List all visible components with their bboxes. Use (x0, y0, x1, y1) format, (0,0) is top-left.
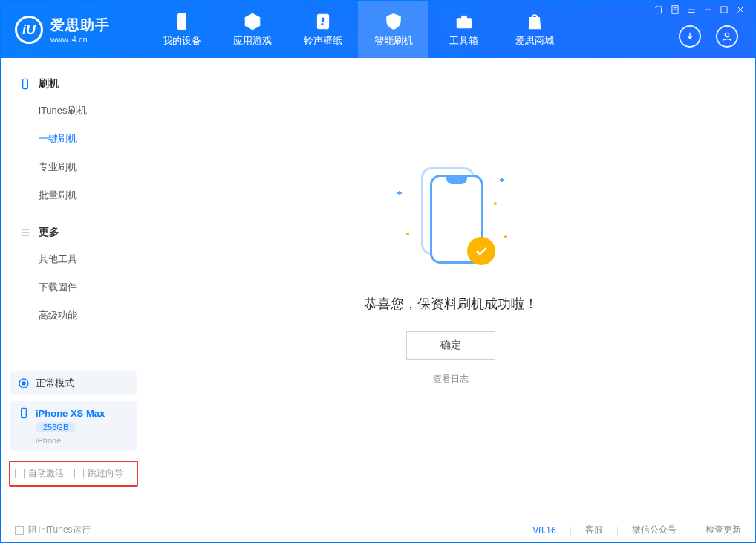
maximize-icon[interactable] (719, 4, 729, 15)
view-log-link[interactable]: 查看日志 (433, 373, 469, 386)
tab-label: 爱思商城 (515, 34, 554, 48)
sidebar-group-more: 更多 (1, 220, 146, 245)
header-actions (679, 25, 738, 48)
tab-store[interactable]: 爱思商城 (499, 1, 570, 58)
app-header: iU 爱思助手 www.i4.cn 我的设备 应用游戏 铃声壁纸 智能刷机 工具… (1, 1, 755, 58)
tab-ringtone-wallpaper[interactable]: 铃声壁纸 (287, 1, 358, 58)
version-label: V8.16 (532, 525, 555, 536)
music-icon (313, 12, 333, 31)
tab-label: 工具箱 (449, 34, 478, 48)
tab-label: 智能刷机 (374, 34, 413, 48)
device-card[interactable]: iPhone XS Max 256GB iPhone (10, 401, 137, 451)
status-bar: 阻止iTunes运行 V8.16 | 客服 | 微信公众号 | 检查更新 (1, 518, 755, 542)
download-button[interactable] (679, 25, 701, 48)
main-content: 恭喜您，保资料刷机成功啦！ 确定 查看日志 (146, 58, 755, 518)
device-panel: 正常模式 iPhone XS Max 256GB iPhone (10, 371, 137, 451)
device-name-row: iPhone XS Max (18, 407, 129, 419)
sidebar-item-advanced[interactable]: 高级功能 (1, 302, 146, 330)
svg-point-4 (320, 22, 323, 25)
main-tabs: 我的设备 应用游戏 铃声壁纸 智能刷机 工具箱 爱思商城 (146, 1, 570, 58)
brand-url: www.i4.cn (50, 35, 110, 44)
checkbox-block-itunes[interactable]: 阻止iTunes运行 (15, 524, 91, 536)
check-badge-icon (467, 237, 495, 265)
tab-toolbox[interactable]: 工具箱 (428, 1, 499, 58)
sidebar-item-itunes-flash[interactable]: iTunes刷机 (1, 97, 146, 125)
sidebar-item-pro-flash[interactable]: 专业刷机 (1, 153, 146, 181)
cube-icon (243, 12, 262, 31)
window-controls (654, 4, 746, 15)
wechat-link[interactable]: 微信公众号 (632, 524, 677, 536)
svg-rect-11 (22, 408, 27, 417)
refresh-shield-icon (384, 12, 403, 31)
device-mode-label: 正常模式 (36, 377, 74, 390)
tab-smart-flash[interactable]: 智能刷机 (358, 1, 428, 58)
sidebar-item-other-tools[interactable]: 其他工具 (1, 245, 146, 273)
logo-icon: iU (15, 16, 43, 44)
svg-rect-8 (23, 79, 28, 88)
sidebar-group-flash: 刷机 (1, 71, 146, 97)
success-illustration (391, 161, 510, 273)
logo: iU 爱思助手 www.i4.cn (1, 16, 146, 44)
check-update-link[interactable]: 检查更新 (706, 524, 741, 536)
sidebar-item-one-click-flash[interactable]: 一键刷机 (1, 125, 146, 153)
tab-label: 应用游戏 (233, 34, 272, 48)
svg-point-10 (22, 382, 25, 385)
device-type: iPhone (36, 436, 129, 445)
minimize-icon[interactable] (703, 4, 713, 15)
account-button[interactable] (716, 25, 738, 48)
note-icon[interactable] (670, 4, 680, 15)
svg-rect-1 (721, 7, 727, 13)
tab-apps-games[interactable]: 应用游戏 (217, 1, 287, 58)
sidebar: 刷机 iTunes刷机 一键刷机 专业刷机 批量刷机 更多 其他工具 下载固件 … (1, 58, 146, 518)
toolbox-icon (454, 12, 474, 31)
tab-label: 我的设备 (163, 34, 201, 48)
sidebar-item-batch-flash[interactable]: 批量刷机 (1, 181, 146, 209)
brand-name: 爱思助手 (50, 16, 110, 35)
bag-icon (525, 12, 544, 31)
ok-button[interactable]: 确定 (406, 331, 495, 360)
close-icon[interactable] (735, 4, 746, 15)
tab-my-device[interactable]: 我的设备 (146, 1, 217, 58)
success-message: 恭喜您，保资料刷机成功啦！ (364, 295, 538, 313)
checkbox-auto-activate[interactable]: 自动激活 (15, 467, 64, 480)
checkbox-skip-guide[interactable]: 跳过向导 (74, 467, 123, 480)
svg-rect-6 (461, 16, 466, 18)
svg-rect-5 (457, 19, 472, 28)
option-highlight-box: 自动激活 跳过向导 (9, 461, 138, 487)
device-icon (172, 12, 192, 31)
svg-point-7 (725, 33, 729, 36)
tab-label: 铃声壁纸 (304, 34, 342, 48)
support-link[interactable]: 客服 (585, 524, 603, 536)
device-storage-badge: 256GB (36, 422, 76, 432)
sidebar-item-download-firmware[interactable]: 下载固件 (1, 273, 146, 302)
svg-rect-2 (177, 13, 186, 30)
tshirt-icon[interactable] (654, 4, 664, 15)
device-mode-row[interactable]: 正常模式 (10, 371, 137, 395)
menu-icon[interactable] (686, 4, 697, 15)
